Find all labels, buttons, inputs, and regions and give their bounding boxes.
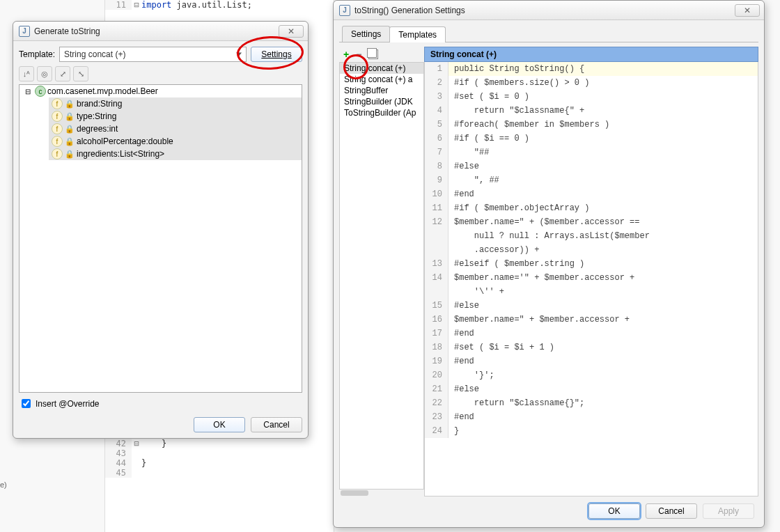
field-alcohol[interactable]: f🔒alcoholPercentage:double xyxy=(49,135,302,148)
settings-tabs: Settings Templates xyxy=(339,26,758,42)
insert-override-checkbox[interactable] xyxy=(22,399,31,408)
code-line[interactable]: 23#end xyxy=(425,410,758,424)
sidebar-text-stub: e) xyxy=(0,480,7,489)
cancel-button[interactable]: Cancel xyxy=(251,417,302,432)
code-line[interactable]: 10#end xyxy=(425,187,758,201)
editor-title: String concat (+) xyxy=(424,47,758,62)
field-icon: f xyxy=(52,111,63,122)
code-line[interactable]: 6#if ( $i == 0 ) xyxy=(425,132,758,146)
target-icon[interactable]: ◎ xyxy=(37,66,52,81)
field-degrees[interactable]: f🔒degrees:int xyxy=(49,123,302,135)
lock-icon: 🔒 xyxy=(64,148,75,159)
code-line[interactable]: 21#else xyxy=(425,382,758,396)
remove-template-icon[interactable]: − xyxy=(356,49,361,60)
template-list[interactable]: String concat (+) String concat (+) a St… xyxy=(339,62,424,490)
field-brand[interactable]: f🔒brand:String xyxy=(49,97,302,110)
code-line[interactable]: 18#set ( $i = $i + 1 ) xyxy=(425,341,758,354)
code-line[interactable]: 5#foreach( $member in $members ) xyxy=(425,118,758,132)
copy-template-icon[interactable] xyxy=(368,49,378,59)
code-line[interactable]: 7 "## xyxy=(425,146,758,159)
cancel-button[interactable]: Cancel xyxy=(646,503,697,519)
intellij-icon: J xyxy=(19,26,30,37)
field-icon: f xyxy=(52,123,63,134)
list-hscrollbar[interactable] xyxy=(339,490,424,496)
minus-icon[interactable]: ⊟ xyxy=(22,86,33,97)
template-item-1[interactable]: String concat (+) a xyxy=(340,74,423,85)
tab-templates[interactable]: Templates xyxy=(389,26,446,42)
template-combo[interactable]: String concat (+) xyxy=(59,47,247,62)
code-line[interactable]: 12$member.name=" + ($member.accessor == xyxy=(425,215,758,229)
close-icon[interactable]: ✕ xyxy=(279,25,304,38)
tree-toolbar: ↓ᴬ ◎ ⤢ ⤡ xyxy=(19,66,302,81)
tab-settings[interactable]: Settings xyxy=(342,26,390,42)
lock-icon: 🔒 xyxy=(64,123,75,134)
insert-override-label: Insert @Override xyxy=(36,399,100,409)
field-ingredients[interactable]: f🔒ingredients:List<String> xyxy=(49,148,302,160)
close-icon[interactable]: ✕ xyxy=(735,4,760,17)
field-tree[interactable]: ⊟ c com.casenet.mvp.model.Beer f🔒brand:S… xyxy=(19,84,302,393)
field-icon: f xyxy=(52,148,63,159)
code-line[interactable]: 20 '}'; xyxy=(425,368,758,382)
collapse-icon[interactable]: ⤡ xyxy=(73,66,88,81)
code-line[interactable]: 13#elseif ( $member.string ) xyxy=(425,257,758,271)
tree-root-node[interactable]: ⊟ c com.casenet.mvp.model.Beer xyxy=(20,85,302,97)
class-icon: c xyxy=(35,86,46,97)
generate-tostring-dialog: J Generate toString ✕ Template: String c… xyxy=(13,21,309,439)
code-line[interactable]: 24} xyxy=(425,424,758,438)
field-icon: f xyxy=(52,98,63,109)
template-code-editor[interactable]: 1public String toString() {2#if ( $membe… xyxy=(424,62,758,496)
code-line[interactable]: 19#end xyxy=(425,354,758,368)
template-item-0[interactable]: String concat (+) xyxy=(340,63,423,74)
settings-button[interactable]: Settings xyxy=(251,47,302,62)
window-title: Generate toString xyxy=(34,26,279,36)
intellij-icon: J xyxy=(339,5,350,16)
code-line[interactable]: .accessor)) + xyxy=(425,243,758,257)
sort-icon[interactable]: ↓ᴬ xyxy=(19,66,34,81)
template-toolbar: + − xyxy=(339,47,424,62)
template-item-3[interactable]: StringBuilder (JDK xyxy=(340,96,423,107)
code-line[interactable]: 2#if ( $members.size() > 0 ) xyxy=(425,76,758,90)
window-title: toString() Generation Settings xyxy=(354,6,735,15)
code-line[interactable]: 9 ", ## xyxy=(425,173,758,187)
titlebar[interactable]: J Generate toString ✕ xyxy=(13,22,308,41)
code-line[interactable]: 15#else xyxy=(425,299,758,313)
template-item-2[interactable]: StringBuffer xyxy=(340,85,423,96)
field-type[interactable]: f🔒type:String xyxy=(49,110,302,123)
code-line[interactable]: 14$member.name='" + $member.accessor + xyxy=(425,271,758,285)
tostring-settings-dialog: J toString() Generation Settings ✕ Setti… xyxy=(333,0,765,528)
code-line[interactable]: 3#set ( $i = 0 ) xyxy=(425,90,758,104)
lock-icon: 🔒 xyxy=(64,98,75,109)
expand-icon[interactable]: ⤢ xyxy=(55,66,70,81)
class-name: com.casenet.mvp.model.Beer xyxy=(47,86,158,96)
code-line[interactable]: 11#if ( $member.objectArray ) xyxy=(425,201,758,215)
titlebar[interactable]: J toString() Generation Settings ✕ xyxy=(334,1,764,20)
apply-button[interactable]: Apply xyxy=(703,503,754,519)
template-item-4[interactable]: ToStringBuilder (Ap xyxy=(340,107,423,118)
field-icon: f xyxy=(52,136,63,147)
code-line[interactable]: 1public String toString() { xyxy=(425,62,758,76)
code-line[interactable]: null ? null : Arrays.asList($member xyxy=(425,229,758,243)
code-line[interactable]: 17#end xyxy=(425,327,758,341)
code-line[interactable]: 4 return "$classname{" + xyxy=(425,104,758,118)
ok-button[interactable]: OK xyxy=(588,503,640,519)
code-line[interactable]: 8#else xyxy=(425,159,758,173)
lock-icon: 🔒 xyxy=(64,111,75,122)
code-line[interactable]: 16$member.name=" + $member.accessor + xyxy=(425,313,758,327)
ok-button[interactable]: OK xyxy=(194,417,245,432)
code-line[interactable]: '\'' + xyxy=(425,285,758,299)
template-label: Template: xyxy=(19,49,55,59)
code-line[interactable]: 22 return "$classname{}"; xyxy=(425,396,758,410)
template-combo-value: String concat (+) xyxy=(64,49,125,59)
add-template-icon[interactable]: + xyxy=(343,49,349,60)
lock-icon: 🔒 xyxy=(64,136,75,147)
